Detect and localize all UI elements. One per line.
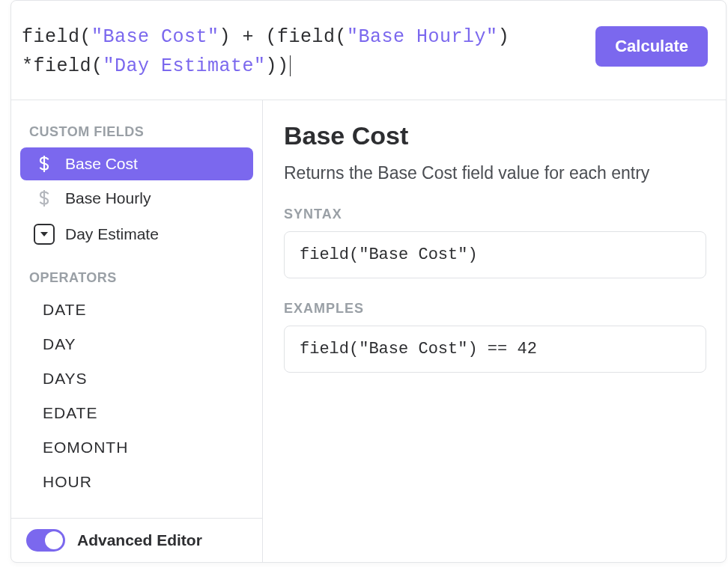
formula-input[interactable]: field("Base Cost") + (field("Base Hourly… (22, 23, 595, 82)
formula-token: field( (22, 26, 91, 48)
advanced-editor-toggle[interactable] (26, 529, 65, 552)
operator-item-days[interactable]: DAYS (20, 362, 253, 395)
custom-fields-header: CUSTOM FIELDS (11, 117, 262, 146)
syntax-label: SYNTAX (284, 207, 706, 222)
sidebar: CUSTOM FIELDS Base Cost Base Hourly (11, 100, 263, 563)
text-cursor (290, 55, 291, 76)
details-title: Base Cost (284, 121, 706, 150)
formula-token: *field( (22, 55, 103, 77)
field-item-label: Base Hourly (65, 189, 151, 207)
formula-token: ) (498, 26, 510, 48)
dropdown-box-icon (34, 224, 55, 245)
formula-token: ) + (field( (219, 26, 348, 48)
field-item-label: Day Estimate (65, 225, 159, 243)
details-description: Returns the Base Cost field value for ea… (284, 161, 706, 186)
operators-header: OPERATORS (11, 263, 262, 292)
operator-item-edate[interactable]: EDATE (20, 397, 253, 430)
operator-item-date[interactable]: DATE (20, 293, 253, 326)
calculate-button[interactable]: Calculate (595, 26, 708, 67)
field-item-day-estimate[interactable]: Day Estimate (20, 216, 253, 252)
formula-bar: field("Base Cost") + (field("Base Hourly… (11, 1, 726, 100)
field-item-label: Base Cost (65, 155, 138, 173)
editor-body: CUSTOM FIELDS Base Cost Base Hourly (11, 100, 726, 563)
formula-token: )) (266, 55, 289, 77)
formula-string-token: "Base Cost" (91, 26, 219, 48)
formula-editor-panel: field("Base Cost") + (field("Base Hourly… (10, 0, 727, 563)
field-item-base-hourly[interactable]: Base Hourly (20, 182, 253, 215)
operator-item-hour[interactable]: HOUR (20, 465, 253, 498)
dollar-icon (34, 190, 55, 207)
advanced-editor-label: Advanced Editor (77, 531, 202, 549)
sidebar-scroll: CUSTOM FIELDS Base Cost Base Hourly (11, 100, 262, 519)
field-item-base-cost[interactable]: Base Cost (20, 147, 253, 180)
examples-label: EXAMPLES (284, 301, 706, 317)
examples-code: field("Base Cost") == 42 (284, 326, 706, 373)
details-pane: Base Cost Returns the Base Cost field va… (263, 100, 726, 563)
dollar-icon (34, 156, 55, 172)
toggle-knob (45, 531, 63, 549)
formula-string-token: "Base Hourly" (347, 26, 498, 48)
syntax-code: field("Base Cost") (284, 231, 706, 278)
operator-item-eomonth[interactable]: EOMONTH (20, 431, 253, 464)
operator-item-day[interactable]: DAY (20, 328, 253, 361)
formula-string-token: "Day Estimate" (103, 55, 266, 77)
sidebar-footer: Advanced Editor (11, 518, 262, 562)
